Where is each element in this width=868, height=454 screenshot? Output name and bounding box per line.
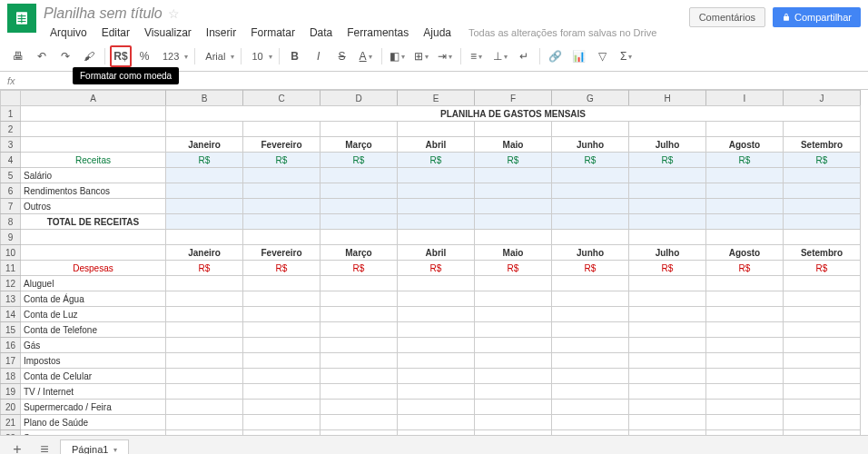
cell[interactable]: [21, 122, 166, 137]
cell[interactable]: [321, 400, 398, 415]
cell[interactable]: Impostos: [21, 353, 166, 369]
cell[interactable]: [706, 214, 784, 230]
col-header[interactable]: C: [243, 91, 321, 106]
cell[interactable]: R$: [629, 261, 706, 276]
undo-icon[interactable]: ↶: [31, 45, 53, 67]
row-header[interactable]: 10: [1, 245, 21, 261]
valign-icon[interactable]: ⊥▾: [489, 45, 511, 67]
cell[interactable]: [629, 400, 706, 415]
col-header[interactable]: H: [629, 91, 706, 106]
cell[interactable]: [784, 168, 861, 183]
cell[interactable]: [321, 183, 398, 199]
cell[interactable]: [21, 106, 166, 122]
row-header[interactable]: 2: [1, 122, 21, 137]
cell[interactable]: [706, 322, 784, 338]
cell[interactable]: [398, 183, 475, 199]
cell[interactable]: [629, 384, 706, 400]
cell[interactable]: [398, 353, 475, 369]
cell[interactable]: [166, 168, 243, 183]
cell[interactable]: [21, 137, 166, 153]
cell[interactable]: [784, 214, 861, 230]
all-sheets-button[interactable]: ≡: [33, 439, 56, 455]
cell[interactable]: [243, 369, 321, 384]
cell[interactable]: Receitas: [21, 153, 166, 168]
cell[interactable]: [706, 291, 784, 307]
cell[interactable]: Janeiro: [166, 245, 243, 261]
row-header[interactable]: 8: [1, 214, 21, 230]
cell[interactable]: [398, 214, 475, 230]
row-header[interactable]: 11: [1, 261, 21, 276]
cell[interactable]: [166, 122, 243, 137]
cell[interactable]: [166, 199, 243, 214]
row-header[interactable]: 17: [1, 353, 21, 369]
add-sheet-button[interactable]: +: [5, 439, 29, 455]
cell[interactable]: [321, 338, 398, 353]
cell[interactable]: [784, 338, 861, 353]
cell[interactable]: [629, 291, 706, 307]
menu-ferramentas[interactable]: Ferramentas: [340, 25, 415, 41]
cell[interactable]: [321, 291, 398, 307]
cell[interactable]: [475, 276, 552, 291]
cell[interactable]: [552, 122, 629, 137]
cell[interactable]: [243, 415, 321, 430]
cell[interactable]: [784, 276, 861, 291]
cell[interactable]: [321, 214, 398, 230]
cell[interactable]: [784, 369, 861, 384]
cell[interactable]: [552, 322, 629, 338]
cell[interactable]: [398, 338, 475, 353]
cell[interactable]: Maio: [475, 137, 552, 153]
cell[interactable]: Agosto: [706, 137, 784, 153]
cell[interactable]: [706, 276, 784, 291]
cell[interactable]: [552, 384, 629, 400]
row-header[interactable]: 1: [1, 106, 21, 122]
cell[interactable]: R$: [475, 261, 552, 276]
cell[interactable]: [552, 353, 629, 369]
cell[interactable]: [321, 199, 398, 214]
cell[interactable]: R$: [243, 261, 321, 276]
star-icon[interactable]: ☆: [168, 6, 180, 21]
cell[interactable]: [552, 230, 629, 245]
cell[interactable]: [552, 168, 629, 183]
cell[interactable]: Plano de Saúde: [21, 415, 166, 430]
text-color-icon[interactable]: A▾: [355, 45, 377, 67]
fill-color-icon[interactable]: ◧▾: [387, 45, 409, 67]
menu-arquivo[interactable]: Arquivo: [44, 25, 94, 41]
font-size-dropdown[interactable]: 10▾: [246, 51, 273, 62]
cell[interactable]: Julho: [629, 245, 706, 261]
cell[interactable]: [243, 230, 321, 245]
cell[interactable]: [552, 183, 629, 199]
cell[interactable]: [475, 307, 552, 322]
cell[interactable]: [475, 415, 552, 430]
borders-icon[interactable]: ⊞▾: [410, 45, 432, 67]
cell[interactable]: [243, 168, 321, 183]
menu-editar[interactable]: Editar: [95, 25, 136, 41]
cell[interactable]: [706, 415, 784, 430]
cell[interactable]: Setembro: [784, 137, 861, 153]
cell[interactable]: [552, 199, 629, 214]
cell[interactable]: [321, 353, 398, 369]
cell[interactable]: R$: [243, 153, 321, 168]
spreadsheet-grid[interactable]: ABCDEFGHIJ1PLANILHA DE GASTOS MENSAIS23J…: [0, 90, 868, 435]
row-header[interactable]: 15: [1, 322, 21, 338]
strike-icon[interactable]: S: [331, 45, 353, 67]
col-header[interactable]: I: [706, 91, 784, 106]
row-header[interactable]: 4: [1, 153, 21, 168]
cell[interactable]: [629, 183, 706, 199]
cell[interactable]: R$: [398, 261, 475, 276]
cell[interactable]: R$: [166, 261, 243, 276]
cell[interactable]: [706, 353, 784, 369]
cell[interactable]: [784, 122, 861, 137]
row-header[interactable]: 19: [1, 384, 21, 400]
cell[interactable]: [706, 199, 784, 214]
cell[interactable]: [166, 353, 243, 369]
cell[interactable]: [398, 199, 475, 214]
cell[interactable]: [706, 168, 784, 183]
row-header[interactable]: 20: [1, 400, 21, 415]
sheet-tab-1[interactable]: Página1▾: [60, 439, 129, 454]
cell[interactable]: [475, 230, 552, 245]
cell[interactable]: [475, 338, 552, 353]
cell[interactable]: Abril: [398, 137, 475, 153]
cell[interactable]: [166, 400, 243, 415]
cell[interactable]: [166, 322, 243, 338]
cell[interactable]: Salário: [21, 168, 166, 183]
